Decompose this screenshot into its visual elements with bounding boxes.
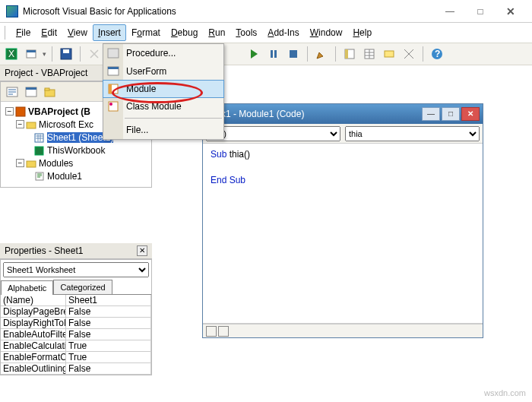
procedure-icon xyxy=(107,47,119,59)
full-module-view-button[interactable] xyxy=(218,326,229,337)
svg-rect-32 xyxy=(109,84,112,93)
svg-text:?: ? xyxy=(435,49,440,59)
menu-help[interactable]: Help xyxy=(347,24,377,41)
properties-grid[interactable]: (Name)Sheet1DisplayPageBreaFalseDisplayR… xyxy=(1,294,151,375)
svg-rect-19 xyxy=(45,88,49,90)
menu-window[interactable]: Window xyxy=(305,24,348,41)
procedure-view-button[interactable] xyxy=(206,326,217,337)
tree-thisworkbook[interactable]: ThisWorkbook xyxy=(47,145,105,156)
property-row[interactable]: (Name)Sheet1 xyxy=(1,295,151,306)
tab-alphabetic[interactable]: Alphabetic xyxy=(1,280,53,295)
menu-format[interactable]: Format xyxy=(126,24,166,41)
insert-userform-button[interactable] xyxy=(23,46,40,62)
project-explorer-button[interactable] xyxy=(341,46,358,62)
code-minimize-button[interactable]: — xyxy=(422,107,440,121)
svg-rect-12 xyxy=(385,51,394,57)
menu-run[interactable]: Run xyxy=(203,24,230,41)
menu-addins[interactable]: Add-Ins xyxy=(262,24,304,41)
insert-procedure[interactable]: Procedure... xyxy=(103,44,223,62)
toggle-folders-button[interactable] xyxy=(42,84,59,100)
properties-title: Properties - Sheet1 xyxy=(5,245,83,256)
svg-rect-28 xyxy=(108,49,119,58)
view-code-button[interactable] xyxy=(4,84,21,100)
svg-rect-5 xyxy=(63,49,69,53)
app-icon xyxy=(6,5,18,17)
cut-button[interactable] xyxy=(86,46,103,62)
class-module-icon xyxy=(107,100,119,112)
object-browser-button[interactable] xyxy=(381,46,397,62)
menu-file[interactable]: File xyxy=(11,24,36,41)
insert-userform[interactable]: UserForm xyxy=(103,62,223,81)
keyword-end-sub: End Sub xyxy=(211,175,245,185)
minimize-button[interactable]: — xyxy=(435,3,465,20)
properties-object-combo[interactable]: Sheet1 Worksheet xyxy=(3,262,149,277)
code-window: k1 - Module1 (Code) — □ ✕ eral) thia Sub… xyxy=(202,103,483,338)
code-procedure-combo[interactable]: thia xyxy=(345,126,480,141)
insert-module[interactable]: Module xyxy=(103,80,224,98)
design-mode-button[interactable] xyxy=(313,46,330,62)
svg-rect-20 xyxy=(16,107,25,116)
svg-rect-10 xyxy=(345,49,348,59)
svg-rect-22 xyxy=(35,134,43,142)
menu-tools[interactable]: Tools xyxy=(230,24,262,41)
svg-rect-7 xyxy=(274,50,277,58)
tree-modules-folder[interactable]: Modules xyxy=(39,158,73,169)
insert-dropdown: Procedure... UserForm Module Class Modul… xyxy=(103,43,224,140)
keyword-sub: Sub xyxy=(211,149,230,160)
watermark: wsxdn.com xyxy=(484,388,526,397)
save-button[interactable] xyxy=(58,46,74,62)
property-row[interactable]: EnableFormatCoTrue xyxy=(1,352,151,363)
properties-window: Properties - Sheet1 ✕ Sheet1 Worksheet A… xyxy=(0,243,152,375)
run-button[interactable] xyxy=(245,46,262,62)
tree-module1[interactable]: Module1 xyxy=(47,171,82,182)
insert-file[interactable]: File... xyxy=(103,121,223,139)
insert-class-module[interactable]: Class Module xyxy=(103,97,223,116)
close-button[interactable]: ✕ xyxy=(496,3,526,20)
property-row[interactable]: EnableCalculatioTrue xyxy=(1,340,151,352)
toolbar: X ▾ ? xyxy=(0,43,532,65)
svg-rect-6 xyxy=(271,50,273,58)
property-row[interactable]: DisplayPageBreaFalse xyxy=(1,306,151,318)
userform-icon xyxy=(107,65,119,78)
property-row[interactable]: DisplayRightToLFalse xyxy=(1,318,151,329)
view-object-button[interactable] xyxy=(23,84,40,100)
svg-rect-30 xyxy=(108,67,119,69)
window-title: Microsoft Visual Basic for Applications xyxy=(23,6,435,17)
break-button[interactable] xyxy=(265,46,282,62)
reset-button[interactable] xyxy=(285,46,302,62)
maximize-button[interactable]: □ xyxy=(465,3,496,20)
menu-view[interactable]: View xyxy=(62,24,93,41)
tab-categorized[interactable]: Categorized xyxy=(53,280,112,294)
menu-insert[interactable]: Insert xyxy=(93,24,126,41)
title-bar: Microsoft Visual Basic for Applications … xyxy=(0,0,532,23)
menu-edit[interactable]: Edit xyxy=(36,24,62,41)
help-button[interactable]: ? xyxy=(429,46,445,62)
svg-rect-23 xyxy=(35,147,43,155)
project-title: Project - VBAProject xyxy=(5,68,87,78)
view-excel-button[interactable]: X xyxy=(3,46,20,62)
svg-rect-24 xyxy=(27,161,36,167)
property-row[interactable]: EnableAutoFilterFalse xyxy=(1,329,151,340)
svg-rect-17 xyxy=(26,87,36,90)
svg-rect-8 xyxy=(290,50,297,58)
code-close-button[interactable]: ✕ xyxy=(461,107,480,121)
menu-bar: File Edit View Insert Format Debug Run T… xyxy=(0,23,532,43)
module-icon xyxy=(107,83,119,95)
code-maximize-button[interactable]: □ xyxy=(442,107,460,121)
svg-text:X: X xyxy=(8,49,14,59)
svg-point-34 xyxy=(109,103,112,106)
code-object-combo[interactable]: eral) xyxy=(206,126,340,141)
properties-close-button[interactable]: ✕ xyxy=(137,245,147,256)
menu-debug[interactable]: Debug xyxy=(166,24,203,41)
code-editor[interactable]: Sub thia() End Sub xyxy=(203,143,483,324)
svg-rect-3 xyxy=(27,50,36,52)
menu-file-label: ile xyxy=(21,27,30,38)
code-window-title: k1 - Module1 (Code) xyxy=(221,109,420,119)
toolbox-button[interactable] xyxy=(401,46,417,62)
property-row[interactable]: EnableOutliningFalse xyxy=(1,363,151,375)
tree-vbaproject[interactable]: VBAProject (B xyxy=(28,106,90,117)
properties-button[interactable] xyxy=(361,46,378,62)
tree-excel-objects[interactable]: Microsoft Exc xyxy=(39,119,93,130)
svg-rect-21 xyxy=(27,122,36,128)
sub-name: thia() xyxy=(230,149,250,160)
